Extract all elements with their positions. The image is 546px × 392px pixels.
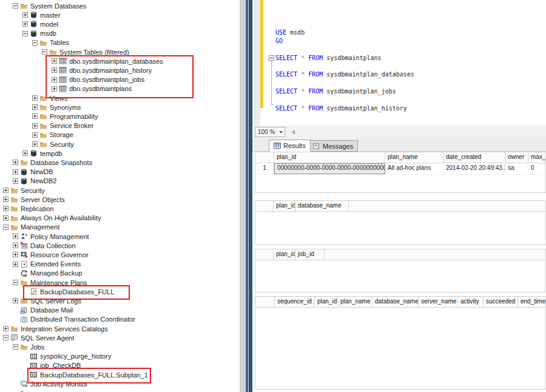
tree-item-distributed-transaction-coordinator[interactable]: Distributed Transaction Coordinator	[0, 315, 240, 324]
tree-item-data-collection[interactable]: Data Collection	[0, 241, 240, 250]
expander-plus-icon[interactable]	[3, 197, 8, 202]
code-line[interactable]: SELECT * FROM sysdbmaintplans	[275, 54, 414, 63]
row-header-corner[interactable]	[255, 201, 274, 211]
expander-plus-icon[interactable]	[13, 160, 18, 165]
code-line[interactable]: SELECT * FROM sysdbmaintplan_databases	[275, 70, 414, 79]
expander-plus-icon[interactable]	[13, 298, 18, 303]
column-header-date-created[interactable]: date_created	[443, 152, 505, 163]
tree-item-tables[interactable]: Tables	[0, 38, 240, 47]
tree-item-management[interactable]: Management	[0, 223, 240, 232]
tree-item-master[interactable]: master	[0, 10, 240, 19]
tree-item-newdb[interactable]: NewDB	[0, 167, 240, 177]
tree-item-msdb[interactable]: msdb	[0, 29, 240, 38]
tree-item-dbo-sysdbmaintplans[interactable]: dbo.sysdbmaintplans	[0, 84, 240, 93]
expander-plus-icon[interactable]	[52, 67, 57, 73]
tree-item-views[interactable]: Views	[0, 93, 240, 103]
row-header-corner[interactable]	[255, 249, 274, 260]
expander-plus-icon[interactable]	[32, 123, 38, 129]
expander-plus-icon[interactable]	[52, 58, 57, 64]
zoom-combobox[interactable]: 100 %	[255, 127, 285, 137]
tree-item-backupdatabases-full-subplan-1[interactable]: BackupDatabases_FULL.Subplan_1	[0, 370, 240, 379]
tree-item-database-mail[interactable]: Database Mail	[0, 306, 240, 315]
tree-item-job-activity-monitor[interactable]: Job Activity Monitor	[0, 379, 240, 388]
tree-item-sql-server-agent[interactable]: SQL Server Agent	[0, 333, 240, 342]
tree-item-integration-services-catalogs[interactable]: Integration Services Catalogs	[0, 324, 240, 333]
grid-cell[interactable]: 2014-02-20 20:49:43.217	[443, 163, 505, 174]
tree-item-maintenance-plans[interactable]: Maintenance Plans	[0, 278, 240, 287]
column-header-plan-id[interactable]: plan_id	[274, 152, 385, 163]
code-line[interactable]	[275, 96, 414, 104]
tree-item-sql-server-logs[interactable]: SQL Server Logs	[0, 296, 240, 305]
expander-plus-icon[interactable]	[3, 206, 8, 211]
expander-plus-icon[interactable]	[3, 326, 8, 331]
code-line[interactable]: SELECT * FROM sysdbmaintplan_history	[275, 104, 414, 113]
tree-item-dbo-sysdbmaintplan-history[interactable]: dbo.sysdbmaintplan_history	[0, 66, 240, 75]
code-line[interactable]	[275, 21, 414, 29]
tree-item-job-checkdb[interactable]: job_CheckDB	[0, 361, 240, 370]
tree-item-server-objects[interactable]: Server Objects	[0, 195, 240, 204]
grid-cell[interactable]: 0	[528, 163, 546, 174]
column-header-sequence-id[interactable]: sequence_id	[275, 297, 315, 307]
column-header-plan-name[interactable]: plan_name	[385, 152, 443, 163]
column-header-plan-id[interactable]: plan_id	[274, 249, 295, 260]
tree-item-storage[interactable]: Storage	[0, 130, 240, 140]
expander-plus-icon[interactable]	[13, 262, 18, 267]
tree-item-security[interactable]: Security	[0, 186, 240, 195]
expander-plus-icon[interactable]	[32, 113, 38, 119]
grid-cell[interactable]: sa	[505, 163, 528, 174]
expander-plus-icon[interactable]	[13, 169, 18, 175]
expander-minus-icon[interactable]	[13, 280, 18, 285]
tree-item-syspolicy-purge-history[interactable]: syspolicy_purge_history	[0, 352, 240, 361]
grid-cell-selected[interactable]: 00000000-0000-0000-0000-000000000000	[274, 163, 385, 174]
code-line[interactable]	[275, 46, 414, 54]
row-number[interactable]: 1	[255, 163, 274, 174]
tree-item-dbo-sysdbmaintplan-jobs[interactable]: dbo.sysdbmaintplan_jobs	[0, 75, 240, 84]
scrollbar-track[interactable]	[240, 0, 246, 392]
column-header-plan-id[interactable]: plan_id	[315, 297, 338, 307]
tree-item-managed-backup[interactable]: Managed Backup	[0, 269, 240, 278]
expander-plus-icon[interactable]	[32, 95, 38, 101]
scroll-left-icon[interactable]	[289, 128, 297, 137]
tree-item-synonyms[interactable]: Synonyms	[0, 103, 240, 112]
expander-plus-icon[interactable]	[52, 86, 57, 92]
expander-plus-icon[interactable]	[22, 12, 28, 18]
tree-item-system-tables-filtered[interactable]: System Tables (filtered)	[0, 47, 240, 56]
code-line[interactable]	[275, 12, 414, 21]
tree-item-database-snapshots[interactable]: Database Snapshots	[0, 158, 240, 167]
tree-item-policy-management[interactable]: Policy Management	[0, 232, 240, 241]
expander-plus-icon[interactable]	[13, 178, 18, 184]
column-header-plan-id[interactable]: plan_id	[274, 201, 295, 211]
code-line[interactable]	[275, 79, 414, 87]
expander-minus-icon[interactable]	[32, 40, 38, 46]
expander-minus-icon[interactable]	[3, 335, 8, 340]
expander-minus-icon[interactable]	[42, 49, 47, 55]
column-header-job-id[interactable]: job_id	[295, 249, 325, 260]
pane-splitter[interactable]	[246, 0, 252, 392]
tab-results[interactable]: Results	[269, 140, 311, 152]
tree-item-service-broker[interactable]: Service Broker	[0, 121, 240, 130]
expander-plus-icon[interactable]	[32, 141, 38, 147]
tree-item-replication[interactable]: Replication	[0, 204, 240, 213]
column-header-database-name[interactable]: database_name	[372, 297, 419, 307]
chevron-down-icon[interactable]	[276, 127, 285, 137]
code-line[interactable]	[275, 63, 414, 71]
code-line[interactable]: GO	[275, 37, 414, 46]
row-header-corner[interactable]	[255, 152, 274, 163]
expander-plus-icon[interactable]	[13, 243, 18, 248]
tree-item-security[interactable]: Security	[0, 140, 240, 149]
expander-minus-icon[interactable]	[13, 344, 18, 350]
tab-messages[interactable]: Messages	[308, 140, 358, 152]
tree-item-programmability[interactable]: Programmability	[0, 112, 240, 121]
code-line[interactable]: USE msdb	[275, 29, 414, 37]
code-line[interactable]: SELECT * FROM sysdbmaintplan_jobs	[275, 87, 414, 96]
expander-plus-icon[interactable]	[32, 104, 38, 110]
expander-plus-icon[interactable]	[13, 234, 18, 239]
tree-item-tempdb[interactable]: tempdb	[0, 149, 240, 158]
column-header-succeeded[interactable]: succeeded	[484, 297, 518, 307]
column-header-owner[interactable]: owner	[505, 152, 528, 163]
tree-item-backupdatabases-full[interactable]: BackupDatabases_FULL	[0, 287, 240, 296]
tree-item-extended-events[interactable]: Extended Events	[0, 260, 240, 269]
sql-code[interactable]: USE msdbGOSELECT * FROM sysdbmaintplansS…	[275, 4, 414, 112]
tree-item-system-databases[interactable]: System Databases	[0, 1, 240, 10]
code-line[interactable]	[275, 4, 414, 12]
